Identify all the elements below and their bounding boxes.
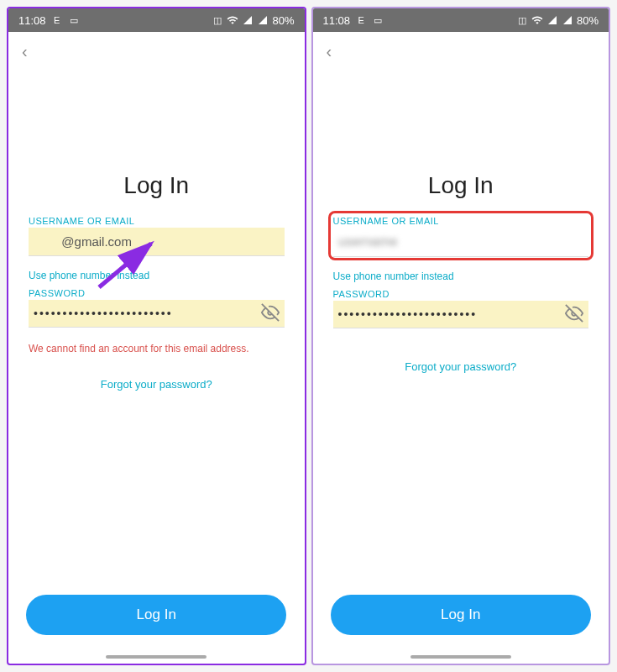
chevron-left-icon: ‹ <box>327 42 332 61</box>
username-field-group: USERNAME OR EMAIL <box>29 216 285 256</box>
status-time: 11:08 <box>18 14 46 27</box>
status-battery: 80% <box>272 14 294 27</box>
signal-icon-2 <box>257 14 269 26</box>
phone-screen-right: 11:08 E ▭ ◫ 80% ‹ Log In USERNAME OR EMA… <box>311 7 611 665</box>
app-icon-e: E <box>355 14 367 26</box>
password-field-group: PASSWORD <box>29 288 285 328</box>
page-title: Log In <box>29 172 285 199</box>
app-icon-e: E <box>51 14 63 26</box>
error-message: We cannot find an account for this email… <box>29 343 285 354</box>
login-button[interactable]: Log In <box>331 595 591 635</box>
signal-icon-1 <box>546 14 558 26</box>
wifi-icon <box>531 14 543 26</box>
app-icon-pic: ▭ <box>372 14 384 26</box>
signal-icon-2 <box>562 14 573 26</box>
username-blurred: username <box>338 234 398 249</box>
forgot-password-link[interactable]: Forgot your password? <box>29 378 285 391</box>
login-content: Log In USERNAME OR EMAIL username Use ph… <box>313 71 609 595</box>
app-icon-pic: ▭ <box>68 14 80 26</box>
eye-off-icon[interactable] <box>565 304 583 326</box>
vibrate-icon: ◫ <box>516 14 528 26</box>
phone-screen-left: 11:08 E ▭ ◫ 80% ‹ Log In USERNAME OR EMA… <box>7 7 306 665</box>
username-field-group: USERNAME OR EMAIL username <box>333 216 589 257</box>
username-label: USERNAME OR EMAIL <box>29 216 285 226</box>
login-content: Log In USERNAME OR EMAIL Use phone numbe… <box>8 71 305 595</box>
eye-off-icon[interactable] <box>261 303 280 325</box>
status-time: 11:08 <box>323 14 351 27</box>
signal-icon-1 <box>242 14 254 26</box>
back-button[interactable]: ‹ <box>8 32 305 71</box>
wifi-icon <box>227 14 238 26</box>
home-indicator[interactable] <box>106 655 207 659</box>
password-field-group: PASSWORD <box>333 289 589 328</box>
back-button[interactable]: ‹ <box>313 32 609 71</box>
statusbar: 11:08 E ▭ ◫ 80% <box>8 8 305 32</box>
password-label: PASSWORD <box>29 288 285 298</box>
vibrate-icon: ◫ <box>212 14 223 26</box>
login-button[interactable]: Log In <box>26 595 286 635</box>
password-input[interactable] <box>29 300 285 328</box>
home-indicator[interactable] <box>410 655 511 659</box>
forgot-password-link[interactable]: Forgot your password? <box>333 360 589 373</box>
statusbar: 11:08 E ▭ ◫ 80% <box>313 8 609 32</box>
page-title: Log In <box>333 172 589 199</box>
status-battery: 80% <box>577 14 599 27</box>
chevron-left-icon: ‹ <box>22 42 28 61</box>
use-phone-link[interactable]: Use phone number instead <box>333 270 589 282</box>
password-label: PASSWORD <box>333 289 589 299</box>
password-input[interactable] <box>333 301 589 328</box>
username-input[interactable] <box>29 228 285 256</box>
username-label: USERNAME OR EMAIL <box>333 216 589 226</box>
use-phone-link[interactable]: Use phone number instead <box>29 270 285 281</box>
